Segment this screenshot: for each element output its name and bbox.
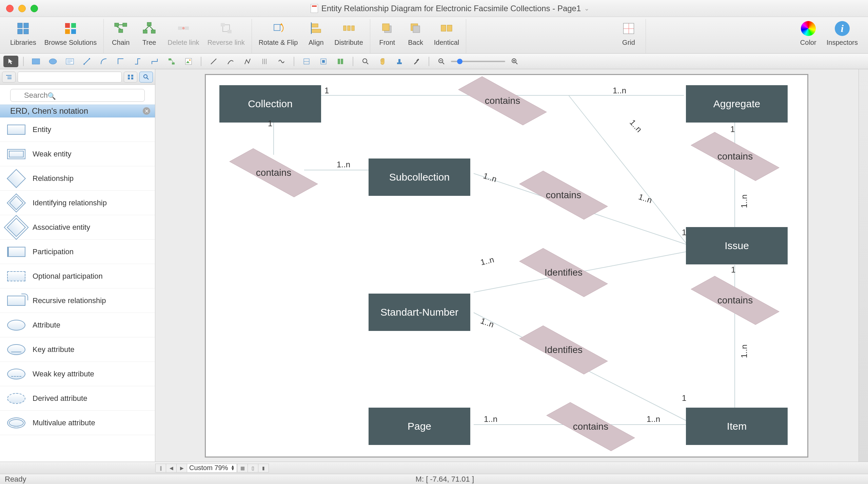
rel-subcollection-issue[interactable]: contains <box>518 178 609 212</box>
rel-standart-issue[interactable]: Identifies <box>518 256 609 290</box>
sidebar-grid-mode[interactable] <box>124 72 137 82</box>
lib-item-derived-attribute[interactable]: Derived attribute <box>0 386 155 411</box>
align-button[interactable]: Align <box>306 21 326 46</box>
pause-pages-icon[interactable]: ∥ <box>155 464 166 472</box>
next-page-button[interactable]: ▶ <box>176 464 187 472</box>
entity-subcollection[interactable]: Subcollection <box>369 159 470 196</box>
zoom-in-button[interactable] <box>507 56 522 67</box>
chain-button[interactable]: Chain <box>111 21 131 46</box>
rotate-flip-button[interactable]: Rotate & Flip <box>259 21 298 46</box>
identical-button[interactable]: Identical <box>434 21 459 46</box>
entity-aggregate[interactable]: Aggregate <box>686 85 788 123</box>
line-tool-5[interactable] <box>274 56 289 67</box>
sidebar-filter[interactable] <box>18 72 122 82</box>
connector-tool-5[interactable] <box>147 56 162 67</box>
vertical-scrollbar[interactable] <box>859 69 868 462</box>
lib-item-associative-entity[interactable]: Associative entity <box>0 215 155 240</box>
connector-tool-3[interactable] <box>113 56 128 67</box>
front-button[interactable]: Front <box>377 21 397 46</box>
canvas[interactable]: Collection Aggregate Subcollection Issue… <box>205 74 808 458</box>
view-mode-3[interactable]: ▮ <box>258 464 269 472</box>
sidebar-tree-mode[interactable] <box>2 72 16 82</box>
back-button[interactable]: Back <box>406 21 426 46</box>
rel-aggregate-issue[interactable]: contains <box>689 139 781 173</box>
zoom-slider[interactable] <box>451 61 505 62</box>
lib-item-optional-participation[interactable]: Optional participation <box>0 264 155 288</box>
close-window-button[interactable] <box>6 5 14 12</box>
pointer-tool[interactable] <box>3 56 18 67</box>
svg-rect-38 <box>447 25 452 31</box>
separator <box>353 57 353 66</box>
browse-solutions-button[interactable]: Browse Solutions <box>44 21 97 46</box>
zoom-window-button[interactable] <box>31 5 38 12</box>
libraries-button[interactable]: Libraries <box>10 21 36 46</box>
library-header[interactable]: ERD, Chen's notation ✕ <box>0 105 155 117</box>
lib-item-relationship[interactable]: Relationship <box>0 166 155 191</box>
snap-tool-3[interactable] <box>333 56 348 67</box>
snap-tool-1[interactable] <box>299 56 314 67</box>
rel-standart-item[interactable]: Identifies <box>518 333 609 367</box>
zoom-tool[interactable] <box>358 56 373 67</box>
svg-line-85 <box>147 78 149 79</box>
zoom-out-button[interactable] <box>434 56 449 67</box>
rel-collection-aggregate[interactable]: contains <box>457 84 548 118</box>
rel-issue-item[interactable]: contains <box>689 283 781 317</box>
lib-item-weak-key-attribute[interactable]: Weak key attribute <box>0 362 155 386</box>
snap-tool-2[interactable] <box>316 56 331 67</box>
chevron-down-icon[interactable]: ⌄ <box>584 5 589 12</box>
inspectors-button[interactable]: i Inspectors <box>827 21 858 46</box>
connector-tool-1[interactable] <box>79 56 94 67</box>
card-1nf: 1..n <box>739 194 749 208</box>
search-input[interactable] <box>10 89 145 102</box>
view-mode-1[interactable]: ▦ <box>237 464 248 472</box>
svg-rect-69 <box>416 58 419 61</box>
distribute-button[interactable]: Distribute <box>334 21 363 46</box>
tree-button[interactable]: Tree <box>139 21 159 46</box>
lib-item-participation[interactable]: Participation <box>0 240 155 264</box>
connector-tool-6[interactable] <box>164 56 179 67</box>
lib-item-attribute[interactable]: Attribute <box>0 313 155 337</box>
ellipse-tool[interactable] <box>45 56 60 67</box>
stepper-icon[interactable]: ▲▼ <box>231 465 235 470</box>
close-library-icon[interactable]: ✕ <box>143 107 150 115</box>
line-tool-2[interactable] <box>223 56 238 67</box>
insert-image-tool[interactable] <box>181 56 196 67</box>
rectangle-tool[interactable] <box>28 56 43 67</box>
line-tool-3[interactable] <box>240 56 255 67</box>
entity-page[interactable]: Page <box>369 408 470 445</box>
connector-tool-4[interactable] <box>130 56 145 67</box>
rel-collection-subcollection[interactable]: contains <box>228 156 319 190</box>
color-button[interactable]: Color <box>798 21 818 46</box>
line-tool-4[interactable] <box>257 56 272 67</box>
entity-standart-number[interactable]: Standart-Number <box>369 294 470 331</box>
entity-collection[interactable]: Collection <box>219 85 321 123</box>
svg-line-51 <box>171 59 173 62</box>
svg-rect-10 <box>119 29 123 33</box>
grid-button[interactable]: Grid <box>618 21 639 46</box>
lib-item-weak-entity[interactable]: Weak entity <box>0 142 155 166</box>
minimize-window-button[interactable] <box>18 5 26 12</box>
prev-page-button[interactable]: ◀ <box>166 464 177 472</box>
zoom-level[interactable]: Custom 79% ▲▼ <box>187 464 237 472</box>
line-tool-1[interactable] <box>206 56 221 67</box>
entity-item[interactable]: Item <box>686 408 788 445</box>
lib-item-identifying-relationship[interactable]: Identifying relationship <box>0 191 155 215</box>
lib-item-entity[interactable]: Entity <box>0 117 155 142</box>
eyedropper-tool[interactable] <box>409 56 424 67</box>
entity-issue[interactable]: Issue <box>686 227 788 264</box>
svg-line-16 <box>145 26 149 30</box>
view-mode-2[interactable]: ▯ <box>248 464 258 472</box>
lib-item-key-attribute[interactable]: Key attribute <box>0 337 155 362</box>
svg-rect-62 <box>322 60 325 63</box>
hand-tool[interactable] <box>375 56 390 67</box>
svg-marker-39 <box>8 59 13 64</box>
stamp-tool[interactable] <box>392 56 407 67</box>
lib-item-multivalue-attribute[interactable]: Multivalue attribute <box>0 411 155 435</box>
rel-page-item[interactable]: contains <box>545 410 636 444</box>
text-tool[interactable] <box>62 56 77 67</box>
lib-item-recursive-relationship[interactable]: Recursive relationship <box>0 288 155 313</box>
back-icon <box>408 21 423 36</box>
connector-tool-2[interactable] <box>96 56 111 67</box>
canvas-area[interactable]: Collection Aggregate Subcollection Issue… <box>155 69 868 462</box>
sidebar-search-mode[interactable] <box>139 72 153 82</box>
